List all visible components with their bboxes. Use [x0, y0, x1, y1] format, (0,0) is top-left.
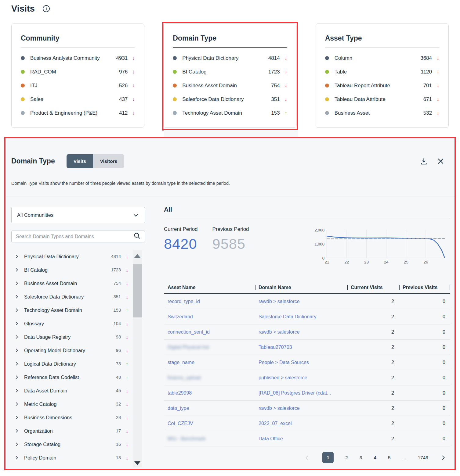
table-row: MIU - Benchmark Data Office 2 0 — [164, 431, 450, 446]
expand-chevron-right-icon[interactable] — [14, 334, 20, 340]
panel-actions — [420, 157, 445, 165]
domain-type-list-item[interactable]: Business Dimensions 28 ↓ — [11, 411, 145, 424]
page-header: Visits — [11, 4, 460, 14]
asset-name-link[interactable]: MIU - Benchmark — [164, 436, 255, 442]
scrollbar-track[interactable] — [133, 250, 142, 467]
expand-chevron-right-icon[interactable] — [14, 294, 20, 300]
card-item-label: Table — [335, 69, 418, 75]
panel-header: Domain Type VisitsVisitors — [11, 154, 124, 168]
domain-name-link[interactable]: Data Office — [255, 436, 347, 442]
series-color-dot — [21, 84, 25, 88]
domain-name-link[interactable]: rawdb > salesforce — [255, 406, 347, 411]
page-button-4[interactable]: 4 — [374, 455, 376, 460]
column-header-asset-name: Asset Name — [164, 282, 255, 293]
domain-type-list-item[interactable]: Storage Catalog 16 ↓ — [11, 438, 145, 451]
summary-card[interactable]: Domain Type Physical Data Dictionary 481… — [163, 23, 296, 128]
asset-name-link[interactable]: finance_upload — [164, 375, 255, 381]
expand-chevron-right-icon[interactable] — [14, 361, 20, 367]
asset-name-link[interactable]: data_type — [164, 406, 255, 411]
card-item-value: 1120 — [418, 69, 432, 75]
domain-type-list-item[interactable]: Logical Data Dictionary 73 ↑ — [11, 357, 145, 370]
scroll-down-arrow[interactable] — [134, 461, 140, 465]
domain-name-link[interactable]: 2022_07_excel — [255, 421, 347, 426]
table-row: Col_CZEJV 2022_07_excel 2 0 — [164, 416, 450, 431]
series-color-dot — [325, 70, 329, 74]
expand-chevron-right-icon[interactable] — [14, 428, 20, 434]
domain-type-list-item[interactable]: Physical Data Dictionary 4814 ↓ — [11, 250, 145, 263]
asset-name-link[interactable]: Switzerland — [164, 314, 255, 320]
scroll-up-arrow[interactable] — [134, 254, 140, 258]
domain-type-list-item[interactable]: Glossary 104 ↓ — [11, 317, 145, 330]
domain-name-link[interactable]: Tableau270703 — [255, 345, 347, 350]
series-color-dot — [173, 84, 177, 88]
summary-card[interactable]: Asset Type Column 3684 ↓ Table 1120 ↓ Ta… — [316, 23, 449, 128]
domain-type-list-item[interactable]: Technology Asset Domain 153 ↑ — [11, 303, 145, 317]
asset-name-link[interactable]: Col_CZEJV — [164, 421, 255, 426]
domain-type-label: Reference Data Codelist — [24, 374, 108, 380]
domain-name-link[interactable]: published > salesforce — [255, 375, 347, 381]
expand-chevron-right-icon[interactable] — [14, 455, 20, 461]
domain-name-link[interactable]: [RAD_08] Postgres Driver (cdat... — [255, 390, 347, 396]
asset-name-link[interactable]: record_type_id — [164, 299, 255, 304]
expand-chevron-right-icon[interactable] — [14, 401, 20, 407]
card-item-label: Business Analysts Community — [30, 55, 114, 61]
card-item: RAD_COM 976 ↓ — [21, 65, 135, 79]
asset-name-link[interactable]: Digital Physical Ind — [164, 345, 255, 350]
domain-type-list-item[interactable]: Reference Data Codelist 48 ↑ — [11, 370, 145, 384]
domain-type-list-item[interactable]: Operating Model Dictionary 96 ↓ — [11, 344, 145, 357]
domain-name-link[interactable]: rawdb > salesforce — [255, 329, 347, 335]
expand-chevron-right-icon[interactable] — [14, 414, 20, 421]
download-icon[interactable] — [420, 157, 428, 165]
series-color-dot — [21, 97, 25, 101]
summary-card[interactable]: Community Business Analysts Community 49… — [11, 23, 144, 128]
table-row: data_type rawdb > salesforce 2 0 — [164, 401, 450, 416]
page-button-5[interactable]: 5 — [388, 455, 391, 460]
domain-type-list-item[interactable]: Business Asset Domain 754 ↓ — [11, 277, 145, 290]
expand-chevron-right-icon[interactable] — [14, 307, 20, 313]
search-input[interactable] — [16, 234, 133, 239]
previous-visits-value: 0 — [399, 314, 450, 320]
expand-chevron-right-icon[interactable] — [14, 441, 20, 447]
page-button-3[interactable]: 3 — [360, 455, 362, 460]
domain-type-list-item[interactable]: Data Usage Registry 98 ↓ — [11, 330, 145, 344]
page-button-1[interactable]: 1 — [322, 452, 334, 463]
expand-chevron-right-icon[interactable] — [14, 267, 20, 273]
domain-type-list-item[interactable]: Salesforce Data Dictionary 351 ↓ — [11, 290, 145, 303]
domain-type-list-item[interactable]: BI Catalog 1723 ↓ — [11, 263, 145, 277]
tab-visitors[interactable]: Visitors — [93, 154, 125, 168]
domain-type-list-item[interactable]: Organization 17 ↓ — [11, 424, 145, 438]
domain-type-list-item[interactable]: Metric Catalog 32 ↓ — [11, 397, 145, 411]
domain-name-link[interactable]: Salesforce Data Dictionary — [255, 314, 347, 320]
expand-chevron-right-icon[interactable] — [14, 320, 20, 327]
asset-name-link[interactable]: table29998 — [164, 390, 255, 396]
svg-text:22: 22 — [344, 260, 349, 264]
tab-visits[interactable]: Visits — [67, 154, 93, 168]
series-color-dot — [325, 84, 329, 88]
svg-text:23: 23 — [364, 260, 369, 264]
card-item-value: 532 — [418, 110, 432, 116]
expand-chevron-right-icon[interactable] — [14, 374, 20, 380]
domain-name-link[interactable]: People > Data Sources — [255, 360, 347, 365]
scrollbar-thumb[interactable] — [133, 264, 142, 317]
chevron-down-icon — [132, 212, 139, 219]
expand-chevron-right-icon[interactable] — [14, 280, 20, 286]
trend-arrow-icon: ↑ — [280, 110, 287, 116]
expand-chevron-right-icon[interactable] — [14, 347, 20, 353]
community-filter-dropdown[interactable]: All Communities — [11, 207, 145, 223]
domain-type-list-item[interactable]: Data Asset Domain 45 ↓ — [11, 384, 145, 397]
page-button-1749[interactable]: 1749 — [418, 455, 428, 460]
page-button-2[interactable]: 2 — [345, 455, 348, 460]
domain-name-link[interactable]: rawdb > salesforce — [255, 299, 347, 304]
close-icon[interactable] — [436, 157, 445, 165]
expand-chevron-right-icon[interactable] — [14, 388, 20, 394]
domain-type-list-item[interactable]: Policy Domain 13 ↓ — [11, 451, 145, 464]
previous-page-chevron[interactable] — [304, 454, 311, 461]
card-item-label: RAD_COM — [30, 69, 114, 75]
card-item-value: 351 — [266, 96, 280, 102]
asset-name-link[interactable]: connection_sent_id — [164, 329, 255, 335]
expand-chevron-right-icon[interactable] — [14, 253, 20, 259]
asset-name-link[interactable]: stage_name — [164, 360, 255, 365]
next-page-chevron[interactable] — [440, 454, 447, 461]
trend-arrow-icon: ↓ — [121, 428, 128, 434]
info-icon[interactable] — [42, 5, 50, 13]
